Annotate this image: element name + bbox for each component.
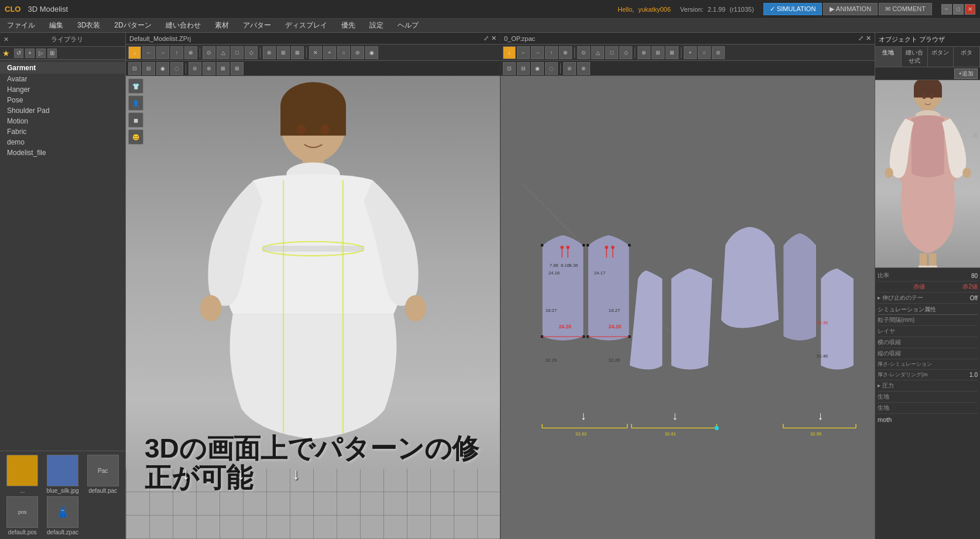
vp3d-btn-16[interactable]: ⊘: [351, 46, 364, 59]
tab-sewing[interactable]: 縫い合せ式: [902, 47, 928, 67]
tree-modelist-file[interactable]: Modelist_file: [0, 147, 125, 158]
vp2d-btn-12[interactable]: ⊠: [666, 46, 679, 59]
library-add-btn[interactable]: +: [25, 49, 35, 58]
menu-priority[interactable]: 優先: [339, 19, 358, 32]
vp2d-btn-8[interactable]: □: [605, 46, 618, 59]
viewport-3d-expand-icon[interactable]: ⤢: [484, 35, 489, 42]
vp2d-btn-11[interactable]: ⊞: [652, 46, 664, 59]
vp3d-t2-btn-3[interactable]: ◉: [156, 62, 169, 75]
viewport-2d-canvas[interactable]: 7.86 8.16 8.36 24.16 24.17 18:27 18.27 2…: [501, 76, 875, 539]
vp3d-btn-11[interactable]: ⊞: [277, 46, 290, 59]
viewport-2d-toolbar[interactable]: ↓ ← → ↑ ⊕ ⊙ △ □ ◇ ⊛ ⊞ ⊠ + ○: [501, 44, 875, 61]
vp2d-t2-btn-1[interactable]: ⊡: [503, 62, 516, 75]
vp2d-btn-3[interactable]: →: [531, 46, 544, 59]
file-item-blue-silk[interactable]: blue_silk.jpg: [44, 455, 82, 494]
file-item-default-pac[interactable]: Pac default.pac: [84, 455, 122, 494]
menu-material[interactable]: 素材: [213, 19, 231, 32]
vp3d-btn-8[interactable]: □: [231, 46, 244, 59]
tool-btn-avatar[interactable]: 👤: [128, 95, 143, 111]
vp2d-t2-btn-5[interactable]: ⊘: [563, 62, 576, 75]
vp3d-btn-3[interactable]: →: [156, 46, 169, 59]
tool-btn-garment[interactable]: 👕: [128, 78, 143, 94]
viewport-2d-toolbar-2[interactable]: ⊡ ⊟ ◉ ◌ ⊘ ⊛: [501, 61, 875, 76]
vp3d-btn-7[interactable]: △: [217, 46, 229, 59]
favorite-icon[interactable]: ★: [2, 49, 10, 58]
animation-btn[interactable]: ▶ ANIMATION: [823, 3, 878, 15]
vp2d-t2-btn-4[interactable]: ◌: [545, 62, 558, 75]
tree-pose[interactable]: Pose: [0, 95, 125, 105]
library-folder-btn[interactable]: ▷: [36, 49, 46, 58]
close-btn[interactable]: ✕: [965, 4, 975, 15]
vp3d-btn-14[interactable]: +: [323, 46, 336, 59]
vp2d-btn-9[interactable]: ◇: [619, 46, 632, 59]
add-button[interactable]: +追加: [954, 68, 978, 79]
vp2d-btn-15[interactable]: ⊘: [712, 46, 725, 59]
tree-motion[interactable]: Motion: [0, 116, 125, 126]
menu-sewing[interactable]: 縫い合わせ: [163, 19, 203, 32]
menu-avatar[interactable]: アバター: [241, 19, 273, 32]
vp3d-btn-2[interactable]: ←: [142, 46, 155, 59]
library-refresh-btn[interactable]: ↺: [14, 49, 23, 58]
vp3d-t2-btn-8[interactable]: ⊞: [231, 62, 244, 75]
tab-fabric[interactable]: 生地: [875, 47, 902, 67]
tab-button2[interactable]: ボタ: [954, 47, 980, 67]
vp2d-btn-6[interactable]: ⊙: [577, 46, 590, 59]
library-close-icon[interactable]: ✕: [4, 36, 9, 43]
vp2d-btn-7[interactable]: △: [591, 46, 604, 59]
vp2d-t2-btn-3[interactable]: ◉: [531, 62, 544, 75]
tab-button[interactable]: ボタン: [928, 47, 954, 67]
vp3d-btn-5[interactable]: ⊕: [184, 46, 197, 59]
tool-btn-fabric[interactable]: ◼: [128, 112, 143, 128]
vp3d-btn-13[interactable]: ✕: [309, 46, 322, 59]
maximize-btn[interactable]: □: [953, 4, 964, 15]
vp3d-btn-12[interactable]: ⊠: [291, 46, 304, 59]
simulation-btn[interactable]: ✓ SIMULATION: [763, 3, 822, 15]
tree-hanger[interactable]: Hanger: [0, 84, 125, 95]
comment-btn[interactable]: ✉ COMMENT: [879, 3, 932, 15]
vp3d-t2-btn-6[interactable]: ⊛: [203, 62, 215, 75]
vp3d-btn-17[interactable]: ◉: [365, 46, 378, 59]
tree-avatar[interactable]: Avatar: [0, 74, 125, 84]
tree-shoulder-pad[interactable]: Shoulder Pad: [0, 105, 125, 116]
tool-btn-face[interactable]: 😊: [128, 129, 143, 145]
menu-help[interactable]: ヘルプ: [395, 19, 421, 32]
menu-edit[interactable]: 編集: [47, 19, 66, 32]
viewport-3d-canvas[interactable]: 👕 👤 ◼ 😊: [126, 76, 500, 539]
vp2d-btn-2[interactable]: ←: [517, 46, 530, 59]
vp2d-btn-4[interactable]: ↑: [545, 46, 558, 59]
file-item-dots[interactable]: ...: [4, 455, 42, 494]
vp2d-btn-5[interactable]: ⊕: [559, 46, 572, 59]
vp3d-t2-btn-4[interactable]: ◌: [170, 62, 183, 75]
vp3d-btn-9[interactable]: ◇: [245, 46, 258, 59]
vp2d-btn-10[interactable]: ⊛: [638, 46, 650, 59]
minimize-btn[interactable]: −: [941, 4, 952, 15]
vp3d-btn-6[interactable]: ⊙: [203, 46, 215, 59]
viewport-3d-toolbar-2[interactable]: ⊡ ⊟ ◉ ◌ ⊘ ⊛ ⊠ ⊞: [126, 61, 500, 76]
viewport-2d-expand-icon[interactable]: ⤢: [858, 35, 864, 42]
viewport-3d-toolbar[interactable]: ↓ ← → ↑ ⊕ ⊙ △ □ ◇ ⊛ ⊞ ⊠ ✕ +: [126, 44, 500, 61]
tree-demo[interactable]: demo: [0, 137, 125, 147]
vp2d-t2-btn-6[interactable]: ⊛: [577, 62, 590, 75]
vp3d-t2-btn-1[interactable]: ⊡: [128, 62, 141, 75]
viewport-2d-close-icon[interactable]: ✕: [866, 35, 871, 42]
vp2d-t2-btn-2[interactable]: ⊟: [517, 62, 530, 75]
tree-garment[interactable]: Garment: [0, 62, 125, 74]
vp3d-btn-4[interactable]: ↑: [170, 46, 183, 59]
menu-settings[interactable]: 設定: [367, 19, 386, 32]
vp3d-t2-btn-2[interactable]: ⊟: [142, 62, 155, 75]
vp2d-btn-14[interactable]: ○: [698, 46, 711, 59]
vp3d-t2-btn-5[interactable]: ⊘: [189, 62, 201, 75]
library-grid-btn[interactable]: ⊞: [47, 49, 57, 58]
vp3d-btn-10[interactable]: ⊛: [263, 46, 276, 59]
vp3d-btn-1[interactable]: ↓: [128, 46, 141, 59]
menu-2d-pattern[interactable]: 2Dパターン: [112, 19, 153, 32]
tree-fabric[interactable]: Fabric: [0, 126, 125, 137]
menu-3d-garment[interactable]: 3D衣装: [75, 19, 102, 32]
vp3d-t2-btn-7[interactable]: ⊠: [217, 62, 229, 75]
menu-file[interactable]: ファイル: [5, 19, 37, 32]
vp2d-btn-13[interactable]: +: [684, 46, 697, 59]
vp3d-btn-15[interactable]: ○: [337, 46, 350, 59]
menu-display[interactable]: ディスプレイ: [283, 19, 330, 32]
file-item-default-zpac[interactable]: 👗 default.zpac: [44, 496, 82, 535]
viewport-3d-close-icon[interactable]: ✕: [491, 35, 496, 42]
